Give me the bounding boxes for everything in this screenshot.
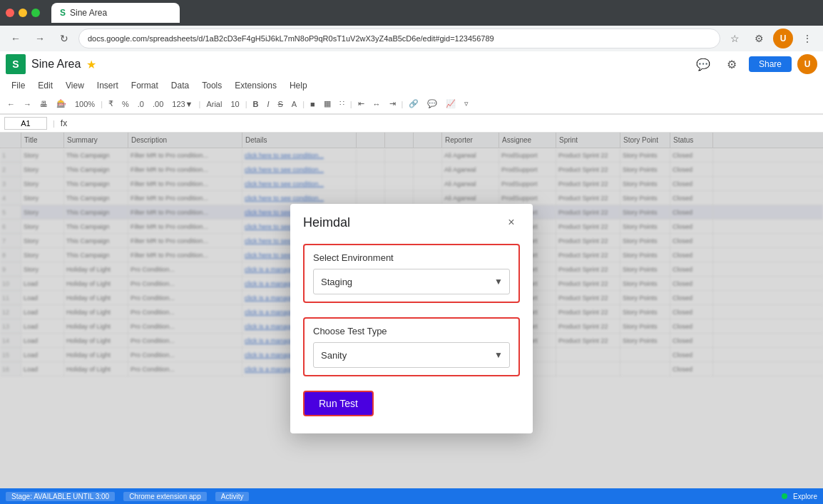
comment-history-button[interactable]: 💬 — [692, 53, 715, 76]
menu-extensions[interactable]: Extensions — [229, 79, 282, 92]
bottom-bar-right: Explore — [782, 493, 817, 500]
tab-title: Sine Area — [70, 8, 107, 18]
menu-file[interactable]: File — [6, 79, 31, 92]
doc-header: S Sine Area ★ 💬 ⚙ Share U File Edit View… — [0, 51, 823, 133]
toolbar-merge[interactable]: ∷ — [337, 98, 347, 110]
toolbar-paint-format[interactable]: 🎰 — [53, 98, 69, 110]
menu-tools[interactable]: Tools — [196, 79, 228, 92]
toolbar-insert-chart[interactable]: 📈 — [443, 98, 459, 110]
toolbar-align-left[interactable]: ⇤ — [355, 98, 367, 110]
bottom-status-2: Chrome extension app — [123, 492, 207, 501]
test-type-select-wrapper: Sanity Regression Smoke ▼ — [313, 342, 510, 368]
menu-insert[interactable]: Insert — [91, 79, 124, 92]
toolbar-insert-link[interactable]: 🔗 — [406, 98, 421, 110]
environment-section: Select Environment Staging Production De… — [303, 244, 520, 303]
reload-button[interactable]: ↻ — [54, 29, 74, 48]
menu-button[interactable]: ⋮ — [797, 29, 817, 48]
bookmark-button[interactable]: ☆ — [725, 29, 745, 48]
menu-format[interactable]: Format — [126, 79, 164, 92]
toolbar-italic[interactable]: I — [264, 98, 272, 110]
toolbar-filter[interactable]: ▿ — [461, 98, 471, 110]
menu-view[interactable]: View — [60, 79, 90, 92]
window-controls — [6, 9, 40, 17]
run-test-button[interactable]: Run Test — [303, 391, 374, 416]
user-avatar-doc[interactable]: U — [797, 54, 817, 74]
toolbar-undo[interactable]: ← — [4, 98, 18, 110]
toolbar-zoom[interactable]: 100% — [72, 98, 98, 110]
formula-bar: | fx — [0, 114, 823, 133]
bottom-bar: Stage: AVAILABLE UNTIL 3:00 Chrome exten… — [0, 488, 823, 504]
modal-overlay: Heimdal × Select Environment Staging Pro… — [0, 133, 823, 488]
heimdal-modal: Heimdal × Select Environment Staging Pro… — [290, 204, 533, 433]
toolbar-format[interactable]: 123▼ — [169, 98, 195, 110]
back-button[interactable]: ← — [6, 29, 26, 48]
modal-header: Heimdal × — [290, 204, 533, 238]
extensions-button[interactable]: ⚙ — [749, 29, 769, 48]
bottom-status-3: Activity — [215, 492, 250, 501]
toolbar-currency[interactable]: ₹ — [106, 98, 116, 110]
user-avatar: U — [773, 29, 793, 48]
address-bar-row: ← → ↻ docs.google.com/spreadsheets/d/1aB… — [0, 26, 823, 51]
modal-body: Select Environment Staging Production De… — [290, 238, 533, 433]
toolbar-align-right[interactable]: ⇥ — [387, 98, 399, 110]
minimize-window-button[interactable] — [19, 9, 27, 17]
menu-data[interactable]: Data — [165, 79, 195, 92]
formula-input[interactable] — [70, 119, 819, 128]
menu-help[interactable]: Help — [284, 79, 313, 92]
environment-select-wrapper: Staging Production Development ▼ — [313, 269, 510, 294]
doc-title-actions: 💬 ⚙ Share U — [692, 53, 817, 76]
toolbar-print[interactable]: 🖶 — [37, 98, 51, 110]
toolbar-decimal-less[interactable]: .0 — [135, 98, 147, 110]
test-type-label: Choose Test Type — [313, 326, 510, 336]
toolbar-decimal-more[interactable]: .00 — [150, 98, 166, 110]
toolbar-align-center[interactable]: ↔ — [370, 98, 384, 110]
doc-title[interactable]: Sine Area — [31, 58, 81, 71]
toolbar-text-color[interactable]: A — [289, 98, 300, 110]
toolbar-insert-comment[interactable]: 💬 — [424, 98, 440, 110]
status-indicator — [782, 493, 787, 499]
test-type-section: Choose Test Type Sanity Regression Smoke… — [303, 317, 520, 376]
browser-tab[interactable]: S Sine Area — [51, 3, 180, 23]
toolbar-borders[interactable]: ▦ — [321, 98, 334, 110]
tab-favicon: S — [60, 8, 66, 18]
spreadsheet-area: Title Summary Description Details Report… — [0, 133, 823, 488]
toolbar-percent[interactable]: % — [119, 98, 132, 110]
environment-select[interactable]: Staging Production Development — [313, 269, 510, 294]
cell-reference-input[interactable] — [4, 117, 47, 130]
browser-frame: S Sine Area ← → ↻ docs.google.com/spread… — [0, 0, 823, 504]
toolbar-bold[interactable]: B — [250, 98, 262, 110]
share-button[interactable]: Share — [749, 56, 792, 72]
toolbar-fill-color[interactable]: ■ — [307, 98, 318, 110]
menu-edit[interactable]: Edit — [32, 79, 58, 92]
star-icon[interactable]: ★ — [86, 58, 96, 71]
environment-label: Select Environment — [313, 252, 510, 263]
bottom-status-1: Stage: AVAILABLE UNTIL 3:00 — [6, 492, 115, 501]
bottom-explore-label[interactable]: Explore — [793, 493, 817, 500]
toolbar-font-size[interactable]: 10 — [228, 98, 242, 110]
test-type-select[interactable]: Sanity Regression Smoke — [313, 342, 510, 368]
forward-button[interactable]: → — [30, 29, 50, 48]
doc-title-row: S Sine Area ★ 💬 ⚙ Share U — [0, 51, 823, 77]
maximize-window-button[interactable] — [31, 9, 40, 17]
toolbar-strikethrough[interactable]: S — [275, 98, 286, 110]
settings-button[interactable]: ⚙ — [720, 53, 743, 76]
toolbar-font[interactable]: Arial — [203, 98, 225, 110]
toolbar-redo[interactable]: → — [21, 98, 34, 110]
omnibox[interactable]: docs.google.com/spreadsheets/d/1aB2cD3eF… — [78, 29, 720, 48]
formula-icon: fx — [61, 118, 67, 128]
close-window-button[interactable] — [6, 9, 14, 17]
browser-titlebar: S Sine Area — [0, 0, 823, 26]
profile-button[interactable]: U — [773, 29, 793, 48]
doc-icon: S — [6, 54, 26, 74]
toolbar: ← → 🖶 🎰 100% | ₹ % .0 .00 123▼ | Arial 1… — [0, 94, 823, 114]
modal-title: Heimdal — [303, 215, 350, 230]
modal-close-button[interactable]: × — [503, 214, 520, 231]
menu-bar: File Edit View Insert Format Data Tools … — [0, 77, 823, 94]
